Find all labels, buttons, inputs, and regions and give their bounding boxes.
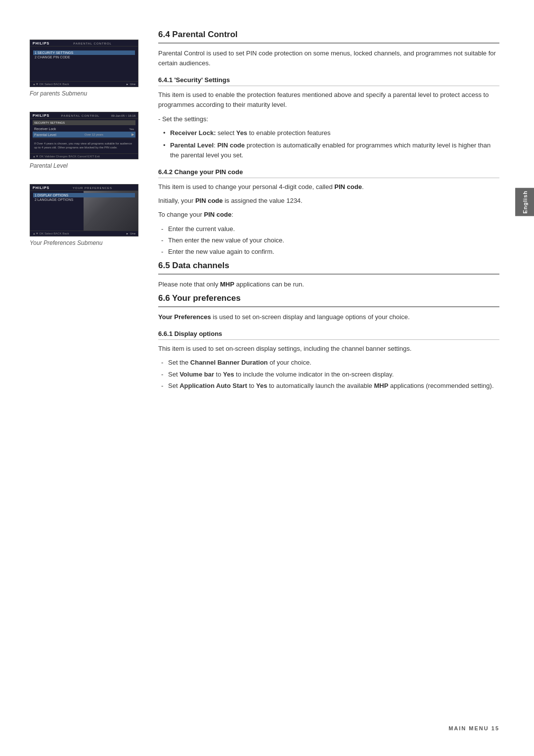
screen2-time: 09-Jun-05 ○ 16:16 [111, 114, 135, 117]
section-6-4-1-set-settings: - Set the settings: [158, 114, 499, 124]
step-3: Enter the new value again to confirm. [161, 247, 499, 257]
screen3-caption: Your Preferences Submenu [30, 239, 143, 246]
dash-volume-bar: Set Volume bar to Yes to include the vol… [161, 370, 499, 379]
screen3-footer-logo: ► Une [126, 232, 135, 235]
section-6-4-1-heading: 6.4.1 'Security' Settings [158, 76, 499, 86]
screen3-nav-hint: ▲▼ OK Select BACK Back [33, 232, 69, 235]
screen1-title: PARENTAL CONTROL [73, 42, 112, 45]
section-6-4-intro: Parental Control is used to set PIN code… [158, 48, 499, 68]
screen1-caption: For parents Submenu [30, 90, 143, 97]
step-1: Enter the current value. [161, 224, 499, 234]
english-tab-wrapper: English [515, 188, 534, 216]
section-6-4-2-to-change: To change your PIN code: [158, 210, 499, 220]
english-tab: English [515, 188, 534, 216]
section-6-4-2-body1: This item is used to change your persona… [158, 182, 499, 192]
bullet-receiver-lock: Receiver Lock: select Yes to enable prot… [163, 128, 499, 138]
screen2-section-label: SECURITY SETTINGS [33, 120, 135, 125]
screen2-nav-hint: ▲▼ OK Validate Changes BACK Cancel EXIT … [33, 155, 100, 158]
bullet-parental-level: Parental Level: PIN code protection is a… [163, 141, 499, 160]
screen1-nav-hint: ▲▼ OK Select BACK Back [33, 83, 69, 86]
screen3-title: YOUR PREFERENCES [73, 187, 112, 189]
section-6-6-heading: 6.6 Your preferences [158, 293, 499, 307]
screen2-philips-logo: PHILIPS [33, 114, 49, 117]
dash-channel-banner: Set the Channel Banner Duration of your … [161, 358, 499, 368]
screen3-menu-item-1: 1 DISPLAY OPTIONS [33, 193, 135, 197]
screen1-menu-item-2: 2 CHANGE PIN CODE [33, 55, 135, 59]
screen3-menu-item-2: 2 LANGUAGE OPTIONS [33, 197, 135, 202]
screen1-mockup: PHILIPS PARENTAL CONTROL 1 SECURITY SETT… [30, 40, 143, 87]
screen3-mockup: PHILIPS YOUR PREFERENCES 1 DISPLAY OPTIO… [30, 184, 143, 236]
step-2: Then enter the new value of your choice. [161, 236, 499, 245]
screen2-title: PARENTAL CONTROL [61, 114, 100, 117]
section-6-4-2-steps: Enter the current value. Then enter the … [161, 224, 499, 257]
section-6-6-1-heading: 6.6.1 Display options [158, 330, 499, 340]
section-6-4-1-bullets: Receiver Lock: select Yes to enable prot… [163, 128, 499, 160]
section-6-4-1-body: This item is used to enable the protecti… [158, 90, 499, 110]
screen2-info-text: If Over 4 years is chosen, you may view … [33, 140, 135, 151]
section-6-4-2-body2: Initially, your PIN code is assigned the… [158, 196, 499, 206]
screen1-menu-item-1: 1 SECURITY SETTINGS [33, 50, 135, 55]
screen2-row-2: Parental Level Over 12 years ▶ [33, 132, 135, 138]
section-6-6-intro: Your Preferences is used to set on-scree… [158, 312, 499, 322]
screen2-mockup: PHILIPS PARENTAL CONTROL 09-Jun-05 ○ 16:… [30, 112, 143, 159]
section-6-5-body: Please note that only MHP applications c… [158, 280, 499, 289]
page-footer: MAIN MENU 15 [448, 725, 499, 731]
screen2-caption: Parental Level [30, 162, 143, 169]
screen1-philips-logo: PHILIPS [33, 42, 49, 45]
section-6-6-1-body: This item is used to set on-screen displ… [158, 344, 499, 354]
dash-app-auto-start: Set Application Auto Start to Yes to aut… [161, 381, 499, 391]
section-6-5-heading: 6.5 Data channels [158, 261, 499, 275]
screen1-footer-logo: ► Une [126, 83, 135, 86]
screen2-row-1: Receiver Lock Yes [33, 126, 135, 132]
screen3-philips-logo: PHILIPS [33, 186, 49, 189]
section-6-6-1-dashes: Set the Channel Banner Duration of your … [161, 358, 499, 390]
section-6-4-2-heading: 6.4.2 Change your PIN code [158, 168, 499, 178]
left-screenshots-column: PHILIPS PARENTAL CONTROL 1 SECURITY SETT… [0, 30, 153, 726]
right-content-column: 6.4 Parental Control Parental Control is… [153, 30, 534, 726]
section-6-4-heading: 6.4 Parental Control [158, 30, 499, 44]
